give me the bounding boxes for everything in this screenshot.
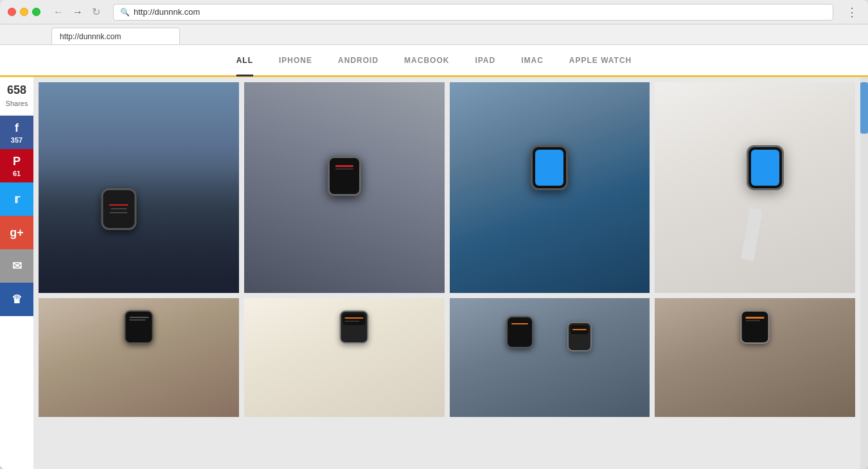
gallery-item-7[interactable] — [450, 298, 650, 417]
googleplus-icon: g+ — [10, 226, 24, 240]
gallery-item-4[interactable] — [655, 82, 855, 293]
minimize-button[interactable] — [20, 8, 28, 16]
nav-item-macbook[interactable]: MACBOOK — [404, 46, 449, 76]
googleplus-share-button[interactable]: g+ — [0, 216, 33, 249]
url-input[interactable] — [134, 7, 826, 17]
facebook-icon: f — [15, 121, 19, 135]
nav-item-apple-watch[interactable]: APPLE WATCH — [569, 46, 632, 76]
pinterest-share-button[interactable]: P 61 — [0, 149, 33, 182]
share-count: 658 Shares — [0, 77, 33, 116]
reload-button[interactable]: ↻ — [89, 6, 103, 19]
scrollbar-thumb[interactable] — [860, 82, 868, 134]
traffic-lights — [8, 8, 40, 16]
gallery-area: 658 Shares f 357 P 61 𝕣 g+ ✉ — [0, 77, 868, 469]
back-button[interactable]: ← — [51, 6, 66, 19]
nav-item-imac[interactable]: IMAC — [521, 46, 544, 76]
nav-item-android[interactable]: ANDROID — [338, 46, 378, 76]
browser-titlebar: ← → ↻ 🔍 ⋮ — [0, 0, 868, 24]
browser-window: ← → ↻ 🔍 ⋮ http://dunnnk.com ALL IPHONE A… — [0, 0, 868, 469]
image-grid — [39, 82, 855, 417]
share-label: Shares — [6, 100, 28, 107]
twitter-share-button[interactable]: 𝕣 — [0, 182, 33, 216]
pinterest-count: 61 — [13, 170, 21, 177]
email-share-button[interactable]: ✉ — [0, 249, 33, 283]
facebook-count: 357 — [11, 136, 22, 144]
scrollbar[interactable] — [860, 77, 868, 469]
maximize-button[interactable] — [32, 8, 40, 16]
browser-menu-button[interactable]: ⋮ — [844, 5, 860, 19]
forward-button[interactable]: → — [70, 6, 85, 19]
gallery-item-5[interactable] — [39, 298, 239, 417]
nav-item-all[interactable]: ALL — [236, 46, 253, 76]
tab-title: http://dunnnk.com — [60, 32, 121, 41]
address-bar[interactable]: 🔍 — [113, 4, 833, 21]
social-sidebar: 658 Shares f 357 P 61 𝕣 g+ ✉ — [0, 77, 33, 469]
browser-tab[interactable]: http://dunnnk.com — [51, 28, 180, 44]
browser-nav: ← → ↻ — [51, 6, 103, 19]
twitter-icon: 𝕣 — [14, 192, 20, 206]
gallery-item-8[interactable] — [655, 298, 855, 417]
facebook-share-button[interactable]: f 357 — [0, 116, 33, 149]
search-icon: 🔍 — [120, 8, 130, 17]
crown-share-button[interactable]: ♛ — [0, 283, 33, 316]
share-number: 658 — [4, 84, 30, 97]
gallery-item-1[interactable] — [39, 82, 239, 293]
nav-item-iphone[interactable]: IPHONE — [279, 46, 312, 76]
nav-item-ipad[interactable]: IPAD — [475, 46, 495, 76]
gallery-item-3[interactable] — [450, 82, 650, 293]
page-content: ALL IPHONE ANDROID MACBOOK IPAD IMAC APP… — [0, 45, 868, 469]
close-button[interactable] — [8, 8, 16, 16]
gallery-item-6[interactable] — [244, 298, 445, 417]
pinterest-icon: P — [13, 155, 21, 168]
crown-icon: ♛ — [12, 292, 22, 306]
image-grid-container — [33, 77, 860, 469]
email-icon: ✉ — [12, 259, 22, 273]
browser-tabbar: http://dunnnk.com — [0, 24, 868, 45]
gallery-item-2[interactable] — [244, 82, 445, 293]
site-nav: ALL IPHONE ANDROID MACBOOK IPAD IMAC APP… — [0, 45, 868, 77]
